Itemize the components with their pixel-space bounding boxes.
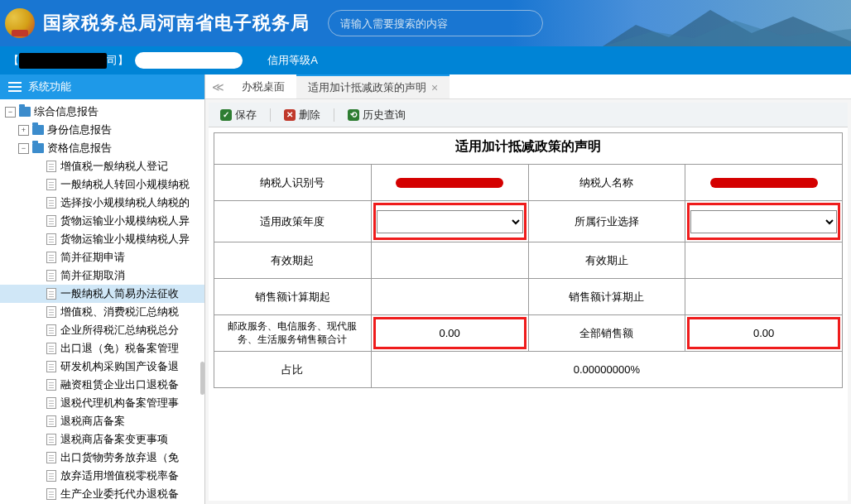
tree-item-label: 研发机构采购国产设备退: [60, 359, 179, 374]
expander-minus-icon[interactable]: −: [5, 107, 16, 118]
document-icon: [46, 288, 56, 300]
tree-item-label: 增值税、消费税汇总纳税: [60, 305, 179, 319]
tree-item[interactable]: 增值税、消费税汇总纳税: [0, 303, 204, 321]
value-taxpayer-name: [685, 165, 843, 201]
document-icon: [46, 197, 56, 209]
save-icon: ✓: [220, 109, 232, 121]
redacted-value: [710, 178, 818, 188]
sidebar-title-text: 系统功能: [28, 79, 71, 94]
collapse-sidebar-icon[interactable]: ≪: [205, 74, 230, 98]
label-policy-year: 适用政策年度: [214, 201, 372, 242]
industry-select[interactable]: [690, 210, 837, 233]
tree-item-label: 退税商店备案: [60, 414, 125, 429]
tree-root[interactable]: − 综合信息报告: [0, 103, 204, 121]
tree-item-label: 退税代理机构备案管理事: [60, 396, 179, 410]
label-taxpayer-name: 纳税人名称: [528, 165, 685, 201]
document-icon: [46, 270, 56, 281]
expander-plus-icon[interactable]: +: [18, 125, 29, 136]
credit-rating: 信用等级A: [267, 53, 318, 68]
value-total-sales[interactable]: 0.00: [685, 315, 843, 352]
mountain-decoration: [603, 0, 851, 46]
save-button[interactable]: ✓ 保存: [215, 106, 262, 124]
tree-item[interactable]: 退税代理机构备案管理事: [0, 394, 204, 412]
sidebar-title: 系统功能: [0, 74, 204, 99]
separator: [334, 108, 334, 122]
label-ratio: 占比: [214, 352, 372, 388]
tree-item-label: 出口货物劳务放弃退（免: [60, 450, 179, 465]
search-input[interactable]: [328, 10, 543, 36]
history-label: 历史查询: [363, 108, 406, 122]
company-masked: ■■■■■■■■■■■■: [19, 53, 107, 69]
tab-desktop[interactable]: 办税桌面: [230, 74, 296, 98]
tree-group-qualification[interactable]: − 资格信息报告: [0, 139, 204, 157]
cell-industry: [685, 201, 843, 242]
tree-item[interactable]: 生产企业委托代办退税备: [0, 485, 204, 503]
sub-header: 【 ■■■■■■■■■■■■ 司】 信用等级A: [0, 46, 851, 74]
tree-item[interactable]: 简并征期取消: [0, 266, 204, 285]
delete-button[interactable]: ✕ 删除: [279, 106, 325, 124]
tree-item-label: 选择按小规模纳税人纳税的: [60, 195, 190, 210]
value-valid-to: [685, 242, 843, 279]
document-icon: [46, 233, 56, 245]
tree-item[interactable]: 货物运输业小规模纳税人异: [0, 212, 204, 230]
tab-bar: ≪ 办税桌面 适用加计抵减政策的声明 ×: [205, 74, 851, 99]
value-service-sales[interactable]: 0.00: [371, 315, 528, 352]
main-area: ≪ 办税桌面 适用加计抵减政策的声明 × ✓ 保存 ✕ 删除 ⟲ 历史查询: [205, 74, 851, 504]
tree-item-label: 货物运输业小规模纳税人异: [60, 232, 190, 247]
delete-label: 删除: [299, 108, 320, 122]
tree-item-label: 生产企业委托代办退税备: [60, 487, 179, 502]
policy-year-select[interactable]: [377, 210, 523, 233]
declaration-form: 纳税人识别号 纳税人名称 适用政策年度 所属行业选择: [214, 164, 843, 388]
delete-icon: ✕: [284, 109, 296, 121]
tree-item-label: 一般纳税人转回小规模纳税: [60, 177, 190, 192]
tree-label: 综合信息报告: [34, 104, 99, 119]
tree-item[interactable]: 增值税一般纳税人登记: [0, 157, 204, 175]
tree-item-label: 融资租赁企业出口退税备: [60, 377, 179, 392]
label-valid-from: 有效期起: [214, 242, 372, 279]
tree-label: 资格信息报告: [47, 141, 112, 156]
company-label-suffix: 司】: [107, 53, 128, 68]
folder-icon: [32, 125, 44, 135]
folder-icon: [32, 143, 44, 153]
tree-item[interactable]: 融资租赁企业出口退税备: [0, 376, 204, 394]
tree-item-label: 简并征期取消: [60, 268, 125, 283]
tree-group-identity[interactable]: + 身份信息报告: [0, 121, 204, 139]
document-icon: [46, 452, 56, 463]
document-icon: [46, 306, 56, 318]
folder-icon: [19, 107, 31, 117]
tree-item[interactable]: 退税商店备案变更事项: [0, 430, 204, 449]
value-taxpayer-id: [371, 165, 528, 201]
label-sales-to: 销售额计算期止: [528, 279, 685, 315]
tree-item[interactable]: 放弃适用增值税零税率备: [0, 467, 204, 485]
tree-item[interactable]: 简并征期申请: [0, 248, 204, 266]
site-header: 国家税务总局河南省电子税务局: [0, 0, 851, 46]
tree-item[interactable]: 一般纳税人简易办法征收: [0, 285, 204, 303]
tree-item[interactable]: 研发机构采购国产设备退: [0, 358, 204, 376]
tab-declaration[interactable]: 适用加计抵减政策的声明 ×: [296, 74, 450, 98]
value-valid-from: [371, 242, 528, 279]
tree-item[interactable]: 货物运输业小规模纳税人异: [0, 230, 204, 248]
tree-item[interactable]: 出口退（免）税备案管理: [0, 339, 204, 358]
form-title: 适用加计抵减政策的声明: [214, 132, 843, 164]
tree-item-label: 放弃适用增值税零税率备: [60, 468, 179, 483]
tree-item[interactable]: 退税商店备案: [0, 412, 204, 430]
scrollbar-thumb[interactable]: [200, 362, 204, 395]
tab-label: 适用加计抵减政策的声明: [308, 80, 426, 95]
tree-item[interactable]: 企业所得税汇总纳税总分: [0, 321, 204, 339]
expander-minus-icon[interactable]: −: [18, 143, 29, 154]
document-icon: [46, 179, 56, 190]
value-sales-to: [685, 279, 843, 315]
company-code-masked: [135, 52, 243, 69]
tree-item[interactable]: 选择按小规模纳税人纳税的: [0, 194, 204, 212]
save-label: 保存: [235, 108, 257, 122]
close-icon[interactable]: ×: [431, 81, 438, 94]
form-area: 适用加计抵减政策的声明 纳税人识别号 纳税人名称 适用政策年度 所属行业选择: [209, 127, 848, 501]
label-taxpayer-id: 纳税人识别号: [214, 165, 372, 201]
history-button[interactable]: ⟲ 历史查询: [343, 106, 411, 124]
tree-item[interactable]: 出口货物劳务放弃退（免: [0, 449, 204, 467]
document-icon: [46, 415, 56, 427]
document-icon: [46, 161, 56, 172]
label-sales-from: 销售额计算期起: [214, 279, 372, 315]
tree-item[interactable]: 一般纳税人转回小规模纳税: [0, 175, 204, 194]
document-icon: [46, 324, 56, 336]
